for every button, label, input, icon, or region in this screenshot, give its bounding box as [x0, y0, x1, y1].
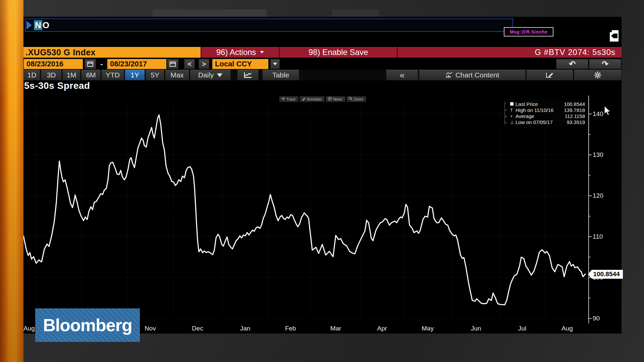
undo-button[interactable]: ↶: [556, 59, 588, 69]
x-axis-month-label: Mar: [324, 325, 347, 332]
actions-button[interactable]: 96) Actions: [201, 47, 279, 58]
legend-value: 139.7818: [561, 107, 585, 113]
double-chevron-left-icon: «: [400, 70, 405, 80]
frequency-dropdown[interactable]: Daily: [190, 70, 231, 80]
legend-row[interactable]: ⊥Low on 07/05/1793.3519: [510, 119, 585, 125]
x-axis-month-label: Jul: [511, 325, 534, 332]
next-chevron-icon: >: [202, 61, 206, 67]
currency-mode-field[interactable]: Local CCY: [212, 59, 268, 69]
price-line: [23, 115, 585, 305]
chart-tool-label: News: [333, 97, 342, 101]
legend-marker-low-icon: ⊥: [510, 120, 516, 125]
legend-value: 100.8544: [561, 101, 585, 107]
range-button-max[interactable]: Max: [165, 70, 189, 80]
legend-marker-high-icon: T: [510, 108, 516, 113]
caret-down-icon: [273, 63, 277, 65]
end-calendar-button[interactable]: [167, 59, 178, 69]
prev-period-button[interactable]: <: [184, 59, 195, 69]
y-axis-tick-label: 90: [593, 315, 613, 322]
chart-legend: ▫┬┼┴ Last Price100.8544THigh on 11/10/16…: [502, 100, 587, 127]
session-label: G #BTV 2074: 5s30s: [397, 47, 622, 58]
ticker-bar: .XUG530 G Index 96) Actions 98) Enable S…: [23, 47, 622, 58]
x-axis-month-label: Jun: [464, 325, 488, 332]
legend-row[interactable]: +Average112.1158: [510, 113, 585, 119]
end-date-field[interactable]: 08/23/2017: [107, 59, 166, 69]
chart-content-icon: [445, 72, 453, 78]
chart-area: 90100110120130140 AugSepOctNovDecJanFebM…: [23, 96, 622, 334]
settings-button[interactable]: [574, 70, 622, 80]
bloomberg-logo: Bloomberg: [35, 308, 140, 342]
currency-dropdown-button[interactable]: [270, 59, 280, 69]
studio-orange-strip: [0, 0, 23, 362]
chart-type-button[interactable]: [237, 70, 259, 80]
background-window-fragment: [153, 9, 267, 17]
chart-tool-news-button[interactable]: News: [326, 96, 345, 102]
legend-row[interactable]: THigh on 11/10/16139.7818: [510, 107, 585, 113]
price-chart[interactable]: [23, 96, 594, 324]
tv-screen: N O Msg:@R.Sinche .XUG530 G Index 96) Ac…: [0, 0, 644, 362]
enable-save-label: 98) Enable Save: [309, 48, 368, 57]
frequency-label: Daily: [198, 71, 214, 79]
caret-down-icon: [217, 73, 222, 77]
bloomberg-logo-text: Bloomberg: [43, 315, 132, 335]
command-text: O: [42, 20, 50, 30]
range-button-group: 1D3D1M6MYTD1Y5YMax: [23, 70, 190, 80]
redo-button[interactable]: ↷: [589, 59, 621, 69]
terminal-window: N O Msg:@R.Sinche .XUG530 G Index 96) Ac…: [23, 17, 622, 334]
x-axis-month-label: Jan: [233, 325, 257, 332]
news-icon: [328, 97, 332, 101]
chart-tool-annotate-button[interactable]: Annotate: [300, 96, 325, 102]
enable-save-button[interactable]: 98) Enable Save: [279, 47, 397, 58]
chart-tool-label: Track: [286, 97, 296, 101]
chart-tool-label: Annotate: [307, 97, 322, 101]
range-button-6m[interactable]: 6M: [81, 70, 101, 80]
actions-label: 96) Actions: [216, 48, 256, 57]
chart-content-label: Chart Content: [455, 71, 499, 79]
chart-tool-zoom-button[interactable]: Zoom: [346, 96, 366, 102]
zoom-icon: [349, 97, 353, 101]
date-range-separator: -: [97, 59, 106, 69]
start-date-field[interactable]: 08/23/2016: [24, 59, 83, 69]
x-axis-month-label: Dec: [186, 325, 209, 332]
last-price-badge: 100.8544: [588, 270, 623, 279]
chart-tools-bar: TrackAnnotateNewsZoom: [279, 96, 366, 102]
legend-marker-average-icon: +: [510, 114, 516, 119]
range-button-5y[interactable]: 5Y: [146, 70, 164, 80]
legend-bracket: ▫┬┼┴: [504, 102, 509, 124]
command-input[interactable]: N O: [25, 18, 513, 32]
x-axis-month-label: Feb: [279, 325, 302, 332]
table-button[interactable]: Table: [262, 70, 299, 80]
legend-label: High on 11/10/16: [516, 107, 561, 113]
chart-tool-label: Zoom: [354, 97, 363, 101]
chart-title: 5s-30s Spread: [24, 80, 90, 91]
range-button-1d[interactable]: 1D: [23, 70, 40, 80]
range-button-3d[interactable]: 3D: [41, 70, 62, 80]
redo-icon: ↷: [602, 59, 608, 69]
track-icon: [281, 97, 285, 101]
legend-row[interactable]: Last Price100.8544: [510, 101, 585, 107]
chart-tool-track-button[interactable]: Track: [279, 96, 299, 102]
security-ticker[interactable]: .XUG530 G Index: [23, 47, 201, 58]
message-badge[interactable]: Msg:@R.Sinche: [504, 27, 553, 37]
legend-value: 112.1158: [561, 113, 585, 119]
range-button-1y[interactable]: 1Y: [125, 70, 145, 80]
x-axis-month-label: Nov: [139, 325, 162, 332]
legend-label: Last Price: [516, 101, 561, 107]
range-button-1m[interactable]: 1M: [62, 70, 80, 80]
undo-icon: ↶: [569, 59, 576, 69]
prev-chevron-icon: <: [187, 61, 192, 67]
range-button-ytd[interactable]: YTD: [101, 70, 124, 80]
annotate-icon: [302, 97, 306, 101]
x-axis-month-label: May: [416, 325, 439, 332]
table-label: Table: [272, 71, 289, 79]
start-calendar-button[interactable]: [85, 59, 96, 69]
chart-content-button[interactable]: Chart Content: [419, 70, 526, 80]
x-axis-month-label: Aug: [555, 325, 579, 332]
x-axis-month-label: Apr: [370, 325, 394, 332]
collapse-panel-button[interactable]: «: [386, 70, 418, 80]
y-axis-tick-label: 120: [593, 192, 613, 199]
next-period-button[interactable]: >: [199, 59, 209, 69]
annotate-chart-button[interactable]: [526, 70, 573, 80]
chart-toolbar: 1D3D1M6MYTD1Y5YMax Daily Table «: [23, 70, 622, 80]
export-icon[interactable]: [608, 29, 622, 44]
